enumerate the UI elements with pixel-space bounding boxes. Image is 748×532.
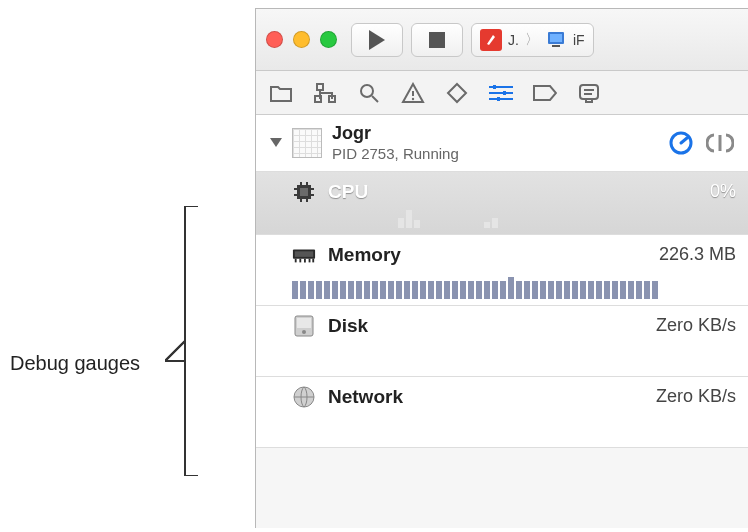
window-traffic-lights — [266, 31, 337, 48]
view-process-threads-icon[interactable] — [706, 132, 734, 154]
navigator-selector-bar — [256, 71, 748, 115]
project-navigator-icon[interactable] — [268, 80, 294, 106]
svg-rect-7 — [317, 84, 323, 90]
device-icon — [545, 29, 567, 51]
svg-point-45 — [302, 330, 306, 334]
cpu-icon — [292, 180, 316, 204]
gauge-memory-label: Memory — [328, 244, 647, 266]
memory-icon — [292, 243, 316, 267]
window-titlebar: J. 〉 iF — [256, 9, 748, 71]
gauge-disk-sparkline — [268, 344, 736, 370]
gauge-disk[interactable]: Disk Zero KB/s — [256, 306, 748, 377]
breakpoint-navigator-icon[interactable] — [532, 80, 558, 106]
symbol-navigator-icon[interactable] — [312, 80, 338, 106]
scheme-app-label: J. — [508, 32, 519, 48]
find-navigator-icon[interactable] — [356, 80, 382, 106]
network-icon — [292, 385, 316, 409]
stop-icon — [429, 32, 445, 48]
minimize-window-button[interactable] — [293, 31, 310, 48]
close-window-button[interactable] — [266, 31, 283, 48]
svg-rect-6 — [552, 45, 560, 47]
issue-navigator-icon[interactable] — [400, 80, 426, 106]
profile-instruments-icon[interactable] — [668, 130, 694, 156]
gauge-disk-value: Zero KB/s — [656, 315, 736, 336]
gauge-cpu-label: CPU — [328, 181, 698, 203]
gauge-network-sparkline — [268, 415, 736, 441]
play-icon — [369, 30, 385, 50]
scheme-device-label: iF — [573, 32, 585, 48]
gauge-cpu-value: 0% — [710, 181, 736, 202]
scheme-selector[interactable]: J. 〉 iF — [471, 23, 594, 57]
scheme-separator-icon: 〉 — [525, 31, 539, 49]
svg-rect-18 — [503, 91, 506, 95]
gauge-memory-sparkline — [268, 273, 736, 299]
gauge-cpu-sparkline — [268, 204, 736, 228]
svg-rect-27 — [300, 188, 308, 196]
svg-rect-44 — [297, 318, 311, 328]
svg-rect-5 — [550, 34, 562, 42]
disclosure-triangle-icon[interactable] — [270, 138, 282, 147]
svg-line-11 — [372, 96, 378, 102]
process-status: PID 2753, Running — [332, 145, 658, 163]
svg-rect-20 — [580, 85, 598, 99]
annotation-bracket — [165, 206, 255, 476]
stop-button[interactable] — [411, 23, 463, 57]
gauge-disk-label: Disk — [328, 315, 644, 337]
process-row[interactable]: Jogr PID 2753, Running — [256, 115, 748, 172]
test-navigator-icon[interactable] — [444, 80, 470, 106]
gauge-network[interactable]: Network Zero KB/s — [256, 377, 748, 448]
zoom-window-button[interactable] — [320, 31, 337, 48]
gauge-memory-value: 226.3 MB — [659, 244, 736, 265]
process-icon — [292, 128, 322, 158]
report-navigator-icon[interactable] — [576, 80, 602, 106]
process-text: Jogr PID 2753, Running — [332, 123, 658, 163]
app-icon — [480, 29, 502, 51]
svg-rect-19 — [497, 97, 500, 101]
run-button[interactable] — [351, 23, 403, 57]
svg-rect-17 — [493, 85, 496, 89]
gauge-cpu[interactable]: CPU 0% — [256, 172, 748, 235]
process-name: Jogr — [332, 123, 658, 145]
svg-point-10 — [361, 85, 373, 97]
disk-icon — [292, 314, 316, 338]
debug-navigator-panel: J. 〉 iF — [255, 8, 748, 528]
annotation-label: Debug gauges — [10, 352, 140, 375]
debug-navigator-icon[interactable] — [488, 80, 514, 106]
svg-rect-37 — [295, 251, 313, 257]
gauge-memory[interactable]: Memory 226.3 MB — [256, 235, 748, 306]
svg-point-13 — [412, 97, 414, 99]
svg-line-24 — [681, 138, 687, 143]
gauge-network-label: Network — [328, 386, 644, 408]
gauge-network-value: Zero KB/s — [656, 386, 736, 407]
